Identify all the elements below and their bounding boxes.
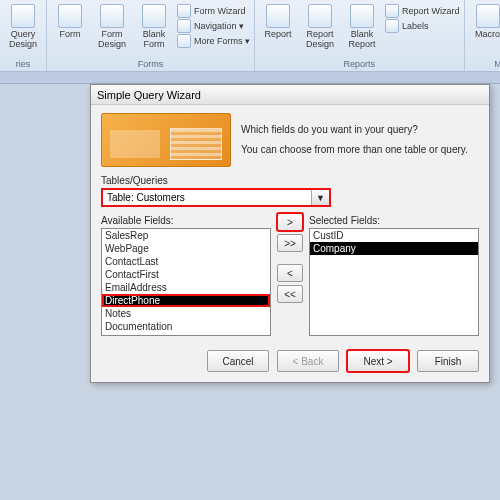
ribbon-group-forms: Form Form Design Blank Form Form Wizard … — [47, 0, 255, 71]
labels-icon — [385, 19, 399, 33]
list-item[interactable]: EmailAddress — [102, 281, 270, 294]
ribbon-group-name: Macros & Code — [469, 58, 500, 71]
wizard-prompt: Which fields do you want in your query? — [241, 123, 479, 137]
ribbon-group-name: ries — [4, 58, 42, 71]
back-button[interactable]: < Back — [277, 350, 339, 372]
navigation-icon — [177, 19, 191, 33]
workspace — [0, 72, 500, 84]
ribbon-group-macros: Macro Module Class Module Visual Basic M… — [465, 0, 500, 71]
blank-form-icon — [142, 4, 166, 28]
query-design-icon — [11, 4, 35, 28]
form-wizard-icon — [177, 4, 191, 18]
report-design-icon — [308, 4, 332, 28]
add-field-button[interactable]: > — [277, 213, 303, 231]
remove-all-fields-button[interactable]: << — [277, 285, 303, 303]
chevron-down-icon[interactable]: ▼ — [311, 190, 329, 205]
more-forms-icon — [177, 34, 191, 48]
available-fields-list[interactable]: SalesRep WebPage ContactLast ContactFirs… — [101, 228, 271, 336]
ribbon-group-name: Forms — [51, 58, 250, 71]
dialog-title: Simple Query Wizard — [97, 89, 201, 101]
report-design-button[interactable]: Report Design — [301, 2, 339, 50]
wizard-illustration-icon — [101, 113, 231, 167]
blank-form-button[interactable]: Blank Form — [135, 2, 173, 50]
blank-report-icon — [350, 4, 374, 28]
report-button[interactable]: Report — [259, 2, 297, 40]
list-item[interactable]: Notes — [102, 307, 270, 320]
cancel-button[interactable]: Cancel — [207, 350, 269, 372]
next-button[interactable]: Next > — [347, 350, 409, 372]
selected-fields-list[interactable]: CustID Company — [309, 228, 479, 336]
form-button[interactable]: Form — [51, 2, 89, 40]
list-item[interactable]: WebPage — [102, 242, 270, 255]
form-icon — [58, 4, 82, 28]
more-forms-button[interactable]: More Forms ▾ — [177, 34, 250, 48]
navigation-button[interactable]: Navigation ▾ — [177, 19, 250, 33]
query-design-button[interactable]: Query Design — [4, 2, 42, 50]
macro-button[interactable]: Macro — [469, 2, 500, 40]
available-fields-label: Available Fields: — [101, 215, 271, 226]
list-item-selected[interactable]: Company — [310, 242, 478, 255]
dialog-titlebar[interactable]: Simple Query Wizard — [91, 85, 489, 105]
query-wizard-dialog: Simple Query Wizard Which fields do you … — [90, 84, 490, 383]
list-item[interactable]: ContactLast — [102, 255, 270, 268]
tables-queries-combo[interactable]: ▼ — [101, 188, 331, 207]
ribbon-group-reports: Report Report Design Blank Report Report… — [255, 0, 465, 71]
form-design-icon — [100, 4, 124, 28]
labels-button[interactable]: Labels — [385, 19, 460, 33]
list-item[interactable]: ContactFirst — [102, 268, 270, 281]
list-item[interactable]: SalesRep — [102, 229, 270, 242]
list-item[interactable]: CustID — [310, 229, 478, 242]
selected-fields-label: Selected Fields: — [309, 215, 479, 226]
tables-queries-label: Tables/Queries — [101, 175, 479, 186]
ribbon-group-name: Reports — [259, 58, 460, 71]
add-all-fields-button[interactable]: >> — [277, 234, 303, 252]
tables-queries-value[interactable] — [103, 190, 311, 205]
form-wizard-button[interactable]: Form Wizard — [177, 4, 250, 18]
remove-field-button[interactable]: < — [277, 264, 303, 282]
blank-report-button[interactable]: Blank Report — [343, 2, 381, 50]
ribbon: Query Design ries Form Form Design Blank… — [0, 0, 500, 72]
report-icon — [266, 4, 290, 28]
macro-icon — [476, 4, 500, 28]
report-wizard-button[interactable]: Report Wizard — [385, 4, 460, 18]
list-item[interactable]: Documentation — [102, 320, 270, 333]
report-wizard-icon — [385, 4, 399, 18]
finish-button[interactable]: Finish — [417, 350, 479, 372]
query-design-label: Query Design — [4, 30, 42, 50]
list-item-selected[interactable]: DirectPhone — [102, 294, 270, 307]
wizard-subprompt: You can choose from more than one table … — [241, 143, 479, 157]
ribbon-group-queries: Query Design ries — [0, 0, 47, 71]
form-design-button[interactable]: Form Design — [93, 2, 131, 50]
